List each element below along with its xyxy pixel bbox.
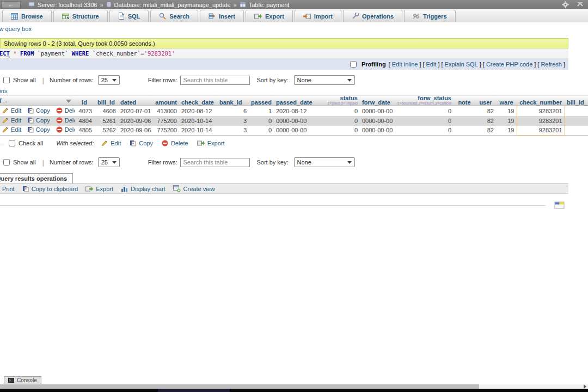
header-amount[interactable]: amount [152,95,179,106]
copy-row-link[interactable]: Copy [27,126,50,133]
copy-to-clipboard-link[interactable]: Copy to clipboard [22,186,78,192]
with-selected-delete[interactable]: Delete [162,140,188,146]
sql-table-name: `payment` [38,50,69,57]
filter-rows-input[interactable] [180,76,250,85]
header-check-number[interactable]: check_number [517,95,565,106]
refresh-link[interactable]: Refresh [541,61,562,68]
tab-sql[interactable]: SQL [109,10,149,22]
export-icon [197,140,205,146]
edit-link[interactable]: Edit [426,61,437,68]
show-all-checkbox[interactable] [3,77,10,83]
header-bill-id[interactable]: bill_id [94,95,118,106]
header-forw-date[interactable]: forw_date [360,95,393,106]
row-actions: Edit Copy Delete [0,106,75,116]
settings-gear-icon[interactable] [562,1,569,8]
tab-structure[interactable]: Structure [53,10,108,22]
sort-by-key-select[interactable]: None [294,157,355,167]
structure-icon [62,13,69,20]
check-all-checkbox[interactable] [9,140,15,146]
cell-check-date: 2020-10-14 [179,116,217,126]
display-chart-label: Display chart [131,186,166,192]
delete-icon [56,126,63,133]
explain-sql-link[interactable]: Explain SQL [445,61,478,68]
tab-browse[interactable]: Browse [2,10,52,22]
profiling-bar: Profiling [Edit inline] [ Edit ] [ Expla… [0,59,568,70]
create-php-code-link[interactable]: Create PHP code [486,61,532,68]
header-status[interactable]: status 1=paid,0=unpaid [317,95,360,106]
tab-triggers-label: Triggers [423,13,446,20]
operations-wrench-icon [352,13,359,20]
copy-row-link[interactable]: Copy [27,107,50,114]
tab-structure-label: Structure [72,13,99,20]
cell-ware: 19 [496,116,517,126]
edit-inline-link[interactable]: Edit inline [392,61,418,68]
tab-browse-label: Browse [21,13,43,20]
console-tab[interactable]: Console [4,376,41,384]
sql-star: * [13,50,16,57]
breadcrumb-database[interactable]: Database: mitali_mitali_paymanage_update [114,2,231,8]
sql-column-name: `check_number` [93,50,141,57]
tab-operations[interactable]: Operations [343,10,402,22]
header-bill-id-2[interactable]: bill_id_ [565,95,588,106]
window-icon[interactable] [554,201,565,209]
edit-row-link[interactable]: Edit [2,117,21,124]
header-dated[interactable]: dated [118,95,152,106]
tab-export[interactable]: Export [246,10,293,22]
display-chart-link[interactable]: Display chart [121,186,166,192]
delete-row-link[interactable]: Delete [56,107,75,114]
edit-row-link[interactable]: Edit [2,126,21,133]
header-passed-date[interactable]: passed_date [274,95,317,106]
tab-triggers[interactable]: Triggers [404,10,455,22]
tab-import[interactable]: Import [295,10,341,22]
cell-forw-date: 0000-00-00 [360,116,393,126]
with-selected-edit[interactable]: Edit [101,140,121,146]
cell-bank-id: 6 [217,106,249,116]
delete-row-link[interactable]: Delete [56,117,75,124]
create-view-link[interactable]: Create view [173,185,215,192]
horizontal-scrollbar[interactable] [0,384,588,389]
options-link[interactable]: + Options [0,88,7,94]
cell-check-number: 9283201 [517,116,565,126]
delete-row-link[interactable]: Delete [56,126,75,133]
collapse-top-icon[interactable] [577,1,584,8]
header-user[interactable]: user [475,95,496,106]
header-ware[interactable]: ware [496,95,517,106]
header-check-date[interactable]: check_date [179,95,217,106]
with-selected-copy[interactable]: Copy [130,140,153,146]
number-of-rows-select[interactable]: 25 [98,157,120,167]
tab-search[interactable]: Search [150,10,198,22]
cell-user: 82 [475,106,496,116]
show-all-checkbox[interactable] [3,159,10,166]
header-bank-id[interactable]: bank_id [217,95,249,106]
delete-label: Delete [171,140,188,146]
filter-rows-input[interactable] [180,158,250,167]
fieldset-divider [0,205,546,206]
copy-row-link[interactable]: Copy [27,117,50,124]
cell-check-date: 2020-08-12 [179,106,217,116]
filter-rows-label: Filter rows: [148,77,177,83]
scrollbar-right-arrow-icon[interactable] [584,384,586,389]
header-forw-status[interactable]: forw_status 1=bounced,2=return,3=cancel [393,95,454,106]
edit-row-link[interactable]: Edit [2,107,21,114]
tab-insert[interactable]: Insert [200,10,244,22]
breadcrumb-server[interactable]: Server: localhost:3306 [38,2,97,8]
print-link[interactable]: Print [0,186,15,192]
header-id[interactable]: id [75,95,94,106]
with-selected-export[interactable]: Export [197,140,225,146]
header-note[interactable]: note [454,95,475,106]
sort-dropdown-icon[interactable] [66,100,71,103]
table-tabbar: Browse Structure SQL [0,9,588,22]
sort-by-key-select[interactable]: None [294,75,355,85]
cell-note [454,106,475,116]
header-passed[interactable]: passed [249,95,274,106]
number-of-rows-select[interactable]: 25 [98,75,120,85]
profiling-checkbox[interactable] [350,61,357,68]
scrollbar-thumb[interactable] [0,384,479,389]
show-query-box-link[interactable]: Show query box [0,26,32,32]
export-link[interactable]: Export [85,186,113,192]
header-actions[interactable]: ←T→ [0,95,75,106]
breadcrumb-table[interactable]: Table: payment [249,2,290,8]
table-row: Edit Copy Delete [0,106,588,116]
back-button[interactable]: ← [1,1,21,8]
pencil-icon [101,140,108,146]
